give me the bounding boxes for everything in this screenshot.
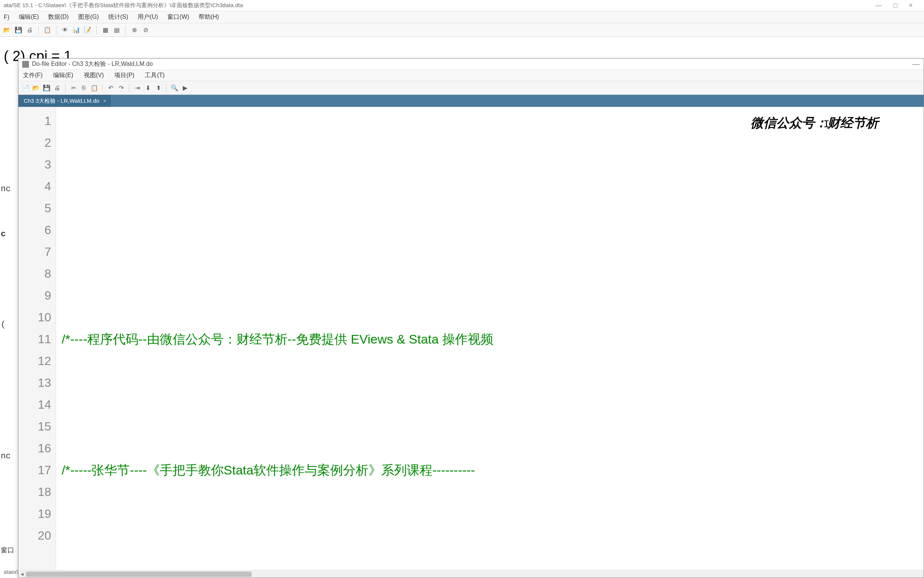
tab-active[interactable]: Ch3 3大检验 - LR,Wald,LM.do × xyxy=(18,95,112,107)
code-line xyxy=(61,394,918,416)
menu-tools[interactable]: 工具(T) xyxy=(145,71,164,80)
code-line xyxy=(61,524,918,546)
bookmark-icon[interactable]: ⬇ xyxy=(144,84,152,92)
menu-window[interactable]: 窗口(W) xyxy=(167,13,189,21)
viewer-icon[interactable]: 👁 xyxy=(61,26,69,34)
horizontal-scrollbar[interactable]: ◄ xyxy=(18,570,924,578)
minimize-icon[interactable]: — xyxy=(875,2,882,10)
menu-file[interactable]: 文件(F) xyxy=(23,71,42,80)
find-icon[interactable]: 🔍 xyxy=(170,84,179,92)
menu-data[interactable]: 数据(D) xyxy=(48,13,68,21)
code-line xyxy=(61,263,918,284)
dofile-icon[interactable]: 📝 xyxy=(84,26,92,34)
scrollbar-thumb[interactable] xyxy=(26,572,252,577)
menu-graphics[interactable]: 图形(G) xyxy=(78,13,99,21)
dofile-title-bar[interactable]: Do-file Editor - Ch3 3大检验 - LR,Wald,LM.d… xyxy=(18,59,924,70)
save-icon[interactable]: 💾 xyxy=(42,84,51,92)
new-icon[interactable]: 📄 xyxy=(21,84,30,92)
close-icon[interactable]: × xyxy=(909,2,913,10)
code-line: /*-----张华节----《手把手教你Stata软件操作与案例分析》系列课程-… xyxy=(61,459,918,481)
print-icon[interactable]: 🖨 xyxy=(53,84,61,92)
maximize-icon[interactable]: □ xyxy=(893,2,898,10)
dofile-title-text: Do-file Editor - Ch3 3大检验 - LR,Wald,LM.d… xyxy=(32,60,153,68)
log-icon[interactable]: 📋 xyxy=(43,26,52,34)
code-area[interactable]: 微信公众号：财经节析 I /*----程序代码--由微信公众号：财经节析--免费… xyxy=(56,107,924,570)
separator xyxy=(129,84,129,92)
watermark-text: 微信公众号：财经节析 xyxy=(751,112,879,134)
code-editor[interactable]: 1234567891011121314151617181920 微信公众号：财经… xyxy=(18,107,924,570)
dofile-menu-bar: 文件(F) 编辑(E) 视图(V) 项目(P) 工具(T) xyxy=(18,70,924,81)
separator xyxy=(125,26,126,34)
code-line xyxy=(61,197,918,219)
separator xyxy=(102,84,103,92)
menu-file[interactable]: F) xyxy=(4,14,10,21)
print-icon[interactable]: 🖨 xyxy=(26,26,34,34)
dofile-toolbar: 📄 📂 💾 🖨 ✂ ⎘ 📋 ↶ ↷ ⇥ ⬇ ⬆ 🔍 ▶ xyxy=(18,81,924,95)
open-icon[interactable]: 📂 xyxy=(3,26,11,34)
tab-close-icon[interactable]: × xyxy=(103,98,106,104)
menu-view[interactable]: 视图(V) xyxy=(84,71,104,80)
separator xyxy=(38,26,39,34)
dofile-editor-window: Do-file Editor - Ch3 3大检验 - LR,Wald,LM.d… xyxy=(18,58,924,578)
stata-title-bar: ata/SE 15.1 - C:\Stataex\《手把手教你Stata软件操作… xyxy=(0,0,924,11)
data-browser-icon[interactable]: ▤ xyxy=(112,26,121,34)
more-icon[interactable]: ⊕ xyxy=(130,26,138,34)
side-text: nc xyxy=(1,184,11,194)
dofile-tab-bar: Ch3 3大检验 - LR,Wald,LM.do × xyxy=(18,95,924,107)
redo-icon[interactable]: ↷ xyxy=(117,84,125,92)
menu-help[interactable]: 帮助(H) xyxy=(199,13,219,21)
stata-toolbar: 📂 💾 🖨 📋 👁 📊 📝 ▦ ▤ ⊕ ⊘ xyxy=(0,23,924,37)
data-editor-icon[interactable]: ▦ xyxy=(101,26,109,34)
menu-user[interactable]: 用户(U) xyxy=(138,13,158,21)
separator xyxy=(166,84,167,92)
execute-icon[interactable]: ▶ xyxy=(181,84,189,92)
menu-statistics[interactable]: 统计(S) xyxy=(108,13,128,21)
scroll-left-icon[interactable]: ◄ xyxy=(19,571,25,577)
menu-edit[interactable]: 编辑(E) xyxy=(53,71,73,80)
paste-icon[interactable]: 📋 xyxy=(90,84,99,92)
side-text: ( xyxy=(1,320,6,329)
side-text: c xyxy=(1,229,6,239)
line-number-gutter: 1234567891011121314151617181920 xyxy=(18,107,56,570)
separator xyxy=(96,26,97,34)
minimize-icon[interactable]: — xyxy=(912,60,920,68)
stata-menu-bar: F) 编辑(E) 数据(D) 图形(G) 统计(S) 用户(U) 窗口(W) 帮… xyxy=(0,11,924,23)
separator xyxy=(56,26,57,34)
menu-project[interactable]: 项目(P) xyxy=(114,71,134,80)
save-icon[interactable]: 💾 xyxy=(14,26,23,34)
undo-icon[interactable]: ↶ xyxy=(107,84,115,92)
dofile-app-icon xyxy=(22,61,29,68)
code-line: /*----程序代码--由微信公众号：财经节析--免费提供 EViews & S… xyxy=(61,328,918,350)
cut-icon[interactable]: ✂ xyxy=(69,84,78,92)
copy-icon[interactable]: ⎘ xyxy=(80,84,88,92)
graph-icon[interactable]: 📊 xyxy=(72,26,81,34)
side-text: 窗口 xyxy=(1,546,14,555)
menu-edit[interactable]: 编辑(E) xyxy=(19,13,39,21)
text-cursor-icon: I xyxy=(823,114,830,135)
stata-title-text: ata/SE 15.1 - C:\Stataex\《手把手教你Stata软件操作… xyxy=(4,2,243,9)
separator xyxy=(65,84,65,92)
open-icon[interactable]: 📂 xyxy=(32,84,40,92)
indent-icon[interactable]: ⇥ xyxy=(133,84,141,92)
break-icon[interactable]: ⊘ xyxy=(141,26,150,34)
tab-label: Ch3 3大检验 - LR,Wald,LM.do xyxy=(24,97,99,105)
bookmark-next-icon[interactable]: ⬆ xyxy=(154,84,162,92)
side-text: nc xyxy=(1,451,11,461)
